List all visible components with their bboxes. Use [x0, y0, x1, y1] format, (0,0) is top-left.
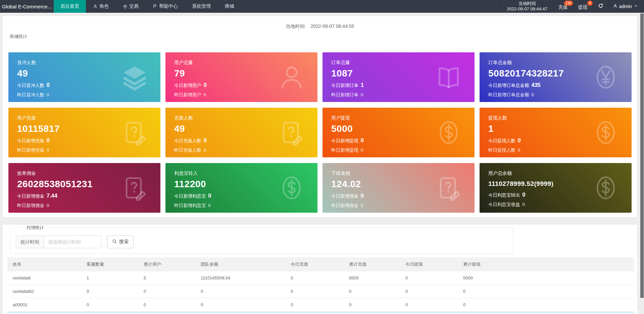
page-scrollbar[interactable]	[640, 13, 644, 314]
person-icon	[278, 63, 305, 91]
withdraw-badge: 0	[587, 1, 593, 6]
table-header-cell: 团队余额	[195, 257, 285, 271]
stat-card-1: 首冲人数 49 今日首冲人数 0 昨日首冲人数 0	[8, 52, 160, 102]
table-cell: 0	[400, 285, 458, 298]
stat-card-2: 用户总量 79 今日新增用户 0 昨日新增用户 0	[165, 52, 317, 102]
dollar-icon	[278, 174, 305, 202]
agent-stats-title: 代理统计	[23, 225, 47, 231]
shop-stats-panel: 当地时间: 2022-09-07 08:44:55 商城统计 首冲人数 49 今…	[3, 16, 637, 217]
nav-item-label: 商城	[225, 3, 234, 9]
local-time-block: 当地时间 2022-09-07 08:44:47	[500, 0, 553, 13]
scale-icon	[123, 4, 128, 9]
table-header-cell: 今日提现	[400, 257, 458, 271]
doc-edit-icon	[278, 119, 305, 146]
book-icon	[435, 63, 462, 91]
table-header-cell: 累计充值	[344, 257, 400, 271]
recharge-badge: 135	[564, 1, 573, 6]
table-cell: 5000	[458, 271, 634, 285]
stat-card-line2: 昨日新增利息宝 0	[174, 203, 317, 209]
table-cell: 5	[138, 271, 195, 285]
app-title: Global E-Commerce...	[0, 0, 54, 13]
table-cell: 0	[195, 285, 285, 298]
doc-edit-icon	[121, 174, 148, 202]
user-menu[interactable]: admin	[608, 0, 644, 13]
table-cell: 0	[458, 298, 634, 312]
stat-time-label: 统计时间	[16, 235, 44, 248]
table-row-2: ceshidalili20000000	[7, 285, 634, 298]
table-header-cell: 姓名	[7, 257, 81, 271]
doc-edit-icon	[121, 119, 148, 146]
content-time-label: 当地时间:	[286, 23, 306, 29]
table-cell: 0	[400, 298, 458, 312]
stat-card-line2: 昨日新增佣金 0	[17, 203, 160, 209]
table-header-cell: 今日充值	[285, 257, 344, 271]
layers-icon	[121, 63, 148, 91]
nav-item-label: 后台首页	[60, 3, 79, 9]
stat-card-line2: 昨日提现人数 0	[488, 147, 632, 153]
local-time-label: 当地时间	[518, 1, 536, 6]
nav-item-label: 帮助中心	[159, 3, 178, 9]
nav-item-4[interactable]: 帮助中心	[146, 0, 185, 13]
stat-card-line2: 昨日充值人数 0	[174, 147, 317, 153]
nav-item-5[interactable]: 系统管理	[185, 0, 218, 13]
table-cell: 0	[81, 298, 138, 312]
main-nav: 后台首页角色交易帮助中心系统管理商城	[54, 0, 241, 13]
yen-icon	[592, 63, 620, 91]
nav-item-1[interactable]: 后台首页	[54, 0, 86, 13]
table-header-cell: 累计提现	[458, 257, 634, 271]
table-cell: ceshidalili2	[7, 285, 81, 298]
table-cell: 0	[285, 298, 344, 312]
table-cell: 0	[400, 271, 458, 285]
stat-time-input[interactable]	[44, 235, 101, 248]
table-cell: 0	[285, 285, 344, 298]
table-bottom-strip	[7, 312, 634, 313]
stat-card-line2: 昨日新增充值 0	[17, 147, 160, 153]
search-button[interactable]: 搜索	[107, 235, 134, 248]
agent-stats-fieldset: 代理统计 统计时间 搜索	[10, 225, 513, 254]
table-cell: 1	[81, 271, 138, 285]
table-cell: a00001	[7, 298, 81, 312]
withdraw-notice-button[interactable]: 提现 0	[573, 0, 593, 13]
withdraw-label: 提现	[578, 4, 588, 10]
search-icon	[112, 239, 117, 245]
shop-stats-title: 商城统计	[8, 30, 632, 40]
table-cell: 0	[195, 298, 285, 312]
topbar: Global E-Commerce... 后台首页角色交易帮助中心系统管理商城 …	[0, 0, 644, 13]
stats-grid: 首冲人数 49 今日首冲人数 0 昨日首冲人数 0 用户总量 79 今日新增用户…	[8, 52, 632, 213]
table-cell: ceshidaili	[7, 271, 81, 285]
nav-item-2[interactable]: 角色	[86, 0, 116, 13]
stat-card-12: 用户总余额 1110278999.52(9999) 今日利息宝转出 0 今日利息…	[480, 163, 632, 213]
topbar-right: 当地时间 2022-09-07 08:44:47 充值 135 提现 0 adm…	[500, 0, 644, 13]
nav-item-label: 交易	[129, 3, 139, 9]
dollar-icon	[592, 174, 620, 202]
table-cell: 0	[458, 285, 634, 298]
table-row-1: ceshidaili151110145506.540850005000	[7, 271, 634, 285]
agent-table-body: ceshidaili151110145506.540850005000ceshi…	[7, 271, 634, 312]
stat-card-10: 利息宝转入 112200 今日新增利息宝 0 昨日新增利息宝 0	[165, 163, 317, 213]
search-button-label: 搜索	[119, 239, 129, 245]
table-cell: 0	[138, 298, 195, 312]
nav-item-6[interactable]: 商城	[218, 0, 241, 13]
user-name: admin	[619, 4, 632, 9]
dollar-icon	[592, 119, 620, 146]
scrollbar-thumb[interactable]	[640, 13, 644, 298]
table-header-cell: 累计用户	[138, 257, 195, 271]
refresh-button[interactable]	[593, 0, 608, 13]
flag-icon	[153, 4, 157, 9]
recharge-notice-button[interactable]: 充值 135	[553, 0, 573, 13]
stat-card-line2: 昨日首冲人数 0	[17, 92, 160, 98]
stat-card-line2: 昨日新增提现 0	[331, 147, 475, 153]
nav-item-3[interactable]: 交易	[116, 0, 146, 13]
agent-filter-row: 统计时间 搜索	[16, 235, 508, 248]
agent-stats-panel: 代理统计 统计时间 搜索 姓名客服数量累计用户团队余额今日充值累计充值今日提现累…	[3, 225, 637, 314]
stat-card-7: 用户提现 5000 今日新增提现 0 昨日新增提现 0	[323, 108, 475, 157]
stat-card-8: 提现人数 1 今日提现人数 0 昨日提现人数 0	[480, 108, 632, 157]
table-cell: 0	[285, 271, 344, 285]
stat-card-line2: 昨日新增用户 0	[174, 92, 317, 98]
local-time-value: 2022-09-07 08:44:47	[507, 6, 547, 12]
stat-card-6: 充值人数 49 今日充值人数 0 昨日充值人数 0	[165, 108, 317, 157]
stat-card-3: 订单总量 1087 今日新增订单 1 昨日新增订单 0	[323, 52, 475, 102]
table-header-cell: 客服数量	[81, 257, 138, 271]
content-time-value: 2022-09-07 08:44:55	[310, 23, 354, 29]
stat-card-line2: 今日利息宝收益 0	[488, 202, 632, 208]
